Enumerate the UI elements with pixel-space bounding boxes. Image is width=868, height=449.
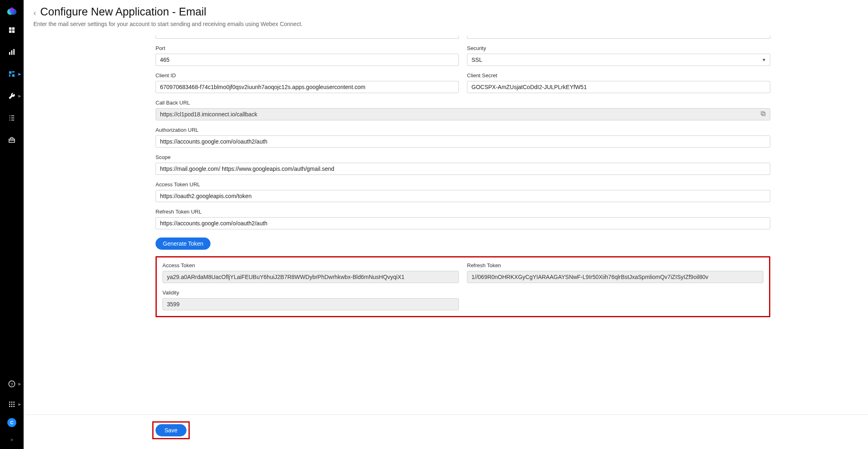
auth-url-label: Authorization URL [156,127,770,133]
nav-store[interactable] [0,133,24,146]
access-token-url-label: Access Token URL [156,181,770,187]
svg-rect-11 [12,71,15,72]
nav-analytics[interactable] [0,46,24,59]
sidebar-expand[interactable]: » [11,434,13,445]
refresh-token-url-label: Refresh Token URL [156,209,770,215]
chevron-right-icon: » [11,437,13,442]
svg-rect-6 [12,31,15,33]
svg-point-24 [13,406,15,407]
svg-rect-4 [12,27,15,30]
auth-url-input[interactable] [156,135,770,148]
main-area: ‹ Configure New Application - Email Ente… [24,0,868,449]
list-icon [8,114,15,122]
svg-point-21 [13,404,15,405]
refresh-token-url-input[interactable] [156,217,770,229]
save-highlight-box: Save [152,421,190,439]
refresh-token-label: Refresh Token [467,262,763,268]
port-label: Port [156,45,459,51]
nav-help[interactable]: ? ▶ [0,377,24,390]
svg-rect-12 [9,74,10,77]
port-input[interactable] [156,54,459,66]
nav-dashboard[interactable] [0,24,24,37]
svg-point-19 [9,404,10,405]
svg-rect-25 [762,113,765,116]
svg-rect-9 [13,49,15,55]
validity-label: Validity [162,290,459,296]
webex-logo [7,7,17,17]
save-button[interactable]: Save [156,424,186,436]
user-avatar[interactable]: C [7,418,16,427]
svg-rect-7 [9,52,10,55]
svg-rect-8 [11,50,13,55]
page-subtitle: Enter the mail server settings for your … [33,21,868,27]
apps-icon [8,70,15,78]
svg-rect-13 [12,74,15,77]
svg-point-18 [13,401,15,403]
form: Port Security ▼ Client ID [156,35,770,317]
scope-label: Scope [156,154,770,160]
nav-apps[interactable]: ▶ [0,68,24,81]
client-secret-label: Client Secret [467,72,770,78]
truncated-input-left[interactable] [156,35,459,39]
access-token-label: Access Token [162,262,459,268]
nav-tools[interactable]: ▶ [0,89,24,102]
grid9-icon [8,401,15,408]
svg-point-23 [11,406,13,407]
svg-rect-5 [9,31,11,33]
caret-right-icon: ▶ [18,72,21,76]
grid-icon [8,26,15,34]
callback-input [156,108,770,120]
copy-icon[interactable] [760,111,766,118]
footer: Save [24,414,868,449]
wrench-icon [8,92,15,100]
caret-right-icon: ▶ [18,94,21,98]
callback-label: Call Back URL [156,100,770,106]
access-token-output [162,271,459,283]
back-button[interactable]: ‹ [33,8,36,17]
svg-point-2 [9,7,14,12]
svg-point-20 [11,404,13,405]
form-scroll[interactable]: Port Security ▼ Client ID [24,27,868,414]
security-select[interactable] [467,54,770,66]
nav-apps-grid[interactable]: ▶ [0,398,24,411]
help-icon: ? [8,380,15,388]
svg-text:?: ? [11,382,13,386]
refresh-token-output [467,271,763,283]
svg-rect-3 [9,27,11,30]
nav-logs[interactable] [0,111,24,124]
svg-rect-10 [9,71,11,74]
generate-token-button[interactable]: Generate Token [156,238,210,250]
access-token-url-input[interactable] [156,190,770,202]
page-header: ‹ Configure New Application - Email Ente… [24,0,868,27]
caret-right-icon: ▶ [18,402,21,406]
security-label: Security [467,45,770,51]
caret-right-icon: ▶ [18,382,21,386]
svg-rect-26 [761,112,765,115]
client-id-input[interactable] [156,81,459,93]
svg-point-17 [11,401,13,403]
validity-output [162,298,459,310]
client-id-label: Client ID [156,72,459,78]
page-title: Configure New Application - Email [40,6,206,18]
bar-chart-icon [8,48,15,56]
scope-input[interactable] [156,163,770,175]
sidebar: ▶ ▶ ? ▶ ▶ C » [0,0,24,449]
truncated-input-right[interactable] [467,35,770,39]
token-highlight-box: Access Token Refresh Token Validity [156,256,770,317]
svg-point-16 [9,401,10,403]
client-secret-input[interactable] [467,81,770,93]
toolbox-icon [8,136,15,144]
svg-point-22 [9,406,10,407]
